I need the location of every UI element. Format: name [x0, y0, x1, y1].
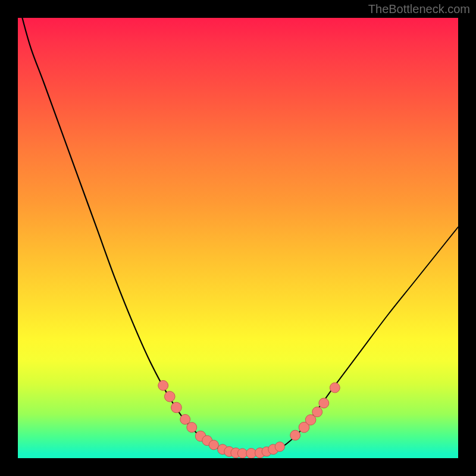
scatter-dot — [209, 440, 218, 450]
scatter-dot — [330, 383, 340, 393]
chart-plot-area — [18, 18, 458, 458]
scatter-dot — [237, 449, 247, 458]
scatter-dot — [171, 402, 182, 413]
scatter-dots — [158, 380, 340, 458]
scatter-dot — [187, 422, 197, 433]
bottleneck-curve-left — [22, 18, 251, 454]
chart-frame: TheBottleneck.com — [0, 0, 476, 476]
scatter-dot — [164, 392, 175, 402]
scatter-dot — [180, 414, 190, 424]
scatter-dot — [319, 398, 329, 408]
watermark-text: TheBottleneck.com — [368, 2, 470, 16]
scatter-dot — [158, 380, 168, 390]
scatter-dot — [275, 442, 284, 452]
scatter-dot — [312, 407, 322, 417]
bottleneck-curve-right — [260, 227, 458, 454]
chart-svg — [18, 18, 458, 458]
scatter-dot — [290, 430, 300, 440]
